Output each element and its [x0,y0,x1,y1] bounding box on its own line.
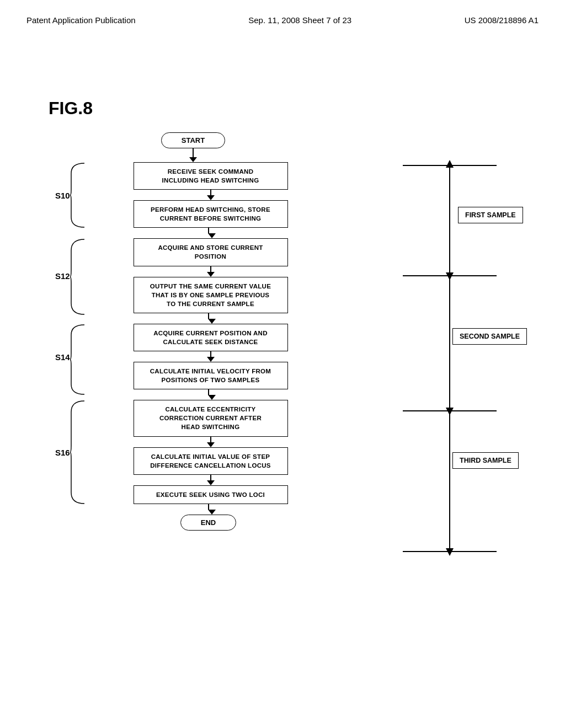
flow-box-receive-seek: RECEIVE SEEK COMMANDINCLUDING HEAD SWITC… [134,162,288,190]
step-label-s16: S16 [55,447,70,457]
flow-box-calc-velocity: CALCULATE INITIAL VELOCITY FROMPOSITIONS… [134,362,288,389]
flow-box-execute-seek: EXECUTE SEEK USING TWO LOCI [134,485,288,504]
step-label-s14: S14 [55,352,70,361]
fig-label: FIG.8 [49,98,93,119]
start-box: START [161,132,225,148]
flow-box-acquire-calc: ACQUIRE CURRENT POSITION ANDCALCULATE SE… [134,324,288,351]
step-label-s10: S10 [55,190,70,200]
end-box: END [180,515,236,531]
header-right: US 2008/218896 A1 [465,15,539,25]
step-label-s12: S12 [55,271,70,281]
flow-box-calc-initial-step: CALCULATE INITIAL VALUE OF STEPDIFFERENC… [134,447,288,475]
flow-box-acquire-store: ACQUIRE AND STORE CURRENTPOSITION [134,238,288,266]
first-sample-box: FIRST SAMPLE [458,207,523,223]
header-left: Patent Application Publication [26,15,136,25]
third-sample-box: THIRD SAMPLE [452,452,519,469]
second-sample-box: SECOND SAMPLE [452,328,527,345]
flow-box-output-current: OUTPUT THE SAME CURRENT VALUETHAT IS BY … [134,277,288,313]
header-center: Sep. 11, 2008 Sheet 7 of 23 [248,15,351,25]
flow-box-calc-eccentricity: CALCULATE ECCENTRICITYCORRECTION CURRENT… [134,400,288,436]
flow-box-perform-head: PERFORM HEAD SWITCHING, STORECURRENT BEF… [134,200,288,228]
